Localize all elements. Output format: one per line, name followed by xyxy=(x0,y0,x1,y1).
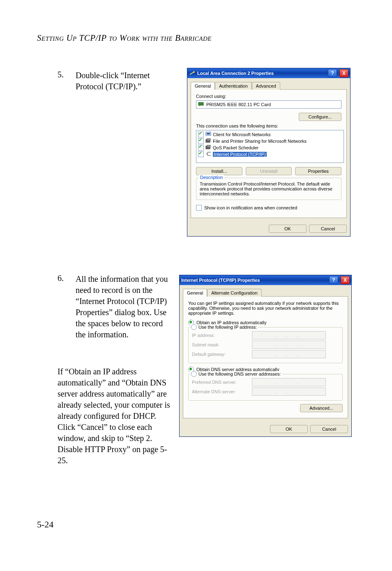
pref-dns-input[interactable]: . . . xyxy=(252,378,326,386)
service-icon xyxy=(205,138,211,144)
dialog1-tabs: General Authentication Advanced xyxy=(191,81,347,89)
body-paragraph: If “Obtain an IP address automatically” … xyxy=(58,366,173,466)
radio-use-dns[interactable] xyxy=(191,371,197,377)
use-ip-label: Use the following IP address: xyxy=(198,325,257,330)
checkbox-icon[interactable] xyxy=(198,132,204,137)
dns-group: Use the following DNS server addresses: … xyxy=(188,374,343,401)
dialog1-titlebar[interactable]: Local Area Connection 2 Properties ? X xyxy=(187,68,350,78)
list-item[interactable]: Client for Microsoft Networks xyxy=(197,131,343,138)
description-legend: Description xyxy=(199,175,224,180)
adapter-field[interactable]: PRISM25 IEEE 802.11 PC Card xyxy=(196,100,341,109)
step-5-number: 5. xyxy=(58,70,74,79)
dialog2-title: Internet Protocol (TCP/IP) Properties xyxy=(181,278,260,283)
dialog2-tabs: General Alternate Configuration xyxy=(183,288,348,296)
svg-rect-8 xyxy=(207,145,210,147)
list-item[interactable]: File and Printer Sharing for Microsoft N… xyxy=(197,138,343,144)
list-item-label: QoS Packet Scheduler xyxy=(213,145,258,150)
subnet-label: Subnet mask: xyxy=(192,342,249,347)
page-number: 5-24 xyxy=(37,519,53,530)
step-5: 5. Double-click “Internet Protocol (TCP/… xyxy=(58,70,173,92)
checkbox-icon[interactable] xyxy=(198,151,204,157)
show-icon-checkbox[interactable] xyxy=(196,205,202,211)
svg-rect-1 xyxy=(198,102,203,105)
step-6-number: 6. xyxy=(58,274,74,283)
client-icon xyxy=(205,132,211,137)
step-6: 6. All the information that you need to … xyxy=(58,274,173,340)
ok-button[interactable]: OK xyxy=(269,225,307,233)
dialog1-footer: OK Cancel xyxy=(187,221,350,236)
tab-authentication[interactable]: Authentication xyxy=(215,82,252,90)
list-item-label: Internet Protocol (TCP/IP) xyxy=(213,152,267,157)
components-listbox[interactable]: Client for Microsoft Networks File and P… xyxy=(196,130,344,163)
tab-general[interactable]: General xyxy=(191,82,215,90)
protocol-icon xyxy=(205,151,211,157)
ip-group: Use the following IP address: IP address… xyxy=(188,327,343,363)
ip-address-label: IP address: xyxy=(192,333,249,338)
close-button[interactable]: X xyxy=(341,276,350,284)
svg-point-0 xyxy=(193,71,195,73)
dialog-tcpip-properties: Internet Protocol (TCP/IP) Properties ? … xyxy=(179,275,352,437)
adapter-name: PRISM25 IEEE 802.11 PC Card xyxy=(206,102,271,107)
service-icon xyxy=(205,145,211,151)
radio-use-ip[interactable] xyxy=(191,324,197,330)
step-5-text: Double-click “Internet Protocol (TCP/IP)… xyxy=(76,70,170,92)
dialog-lan-properties: Local Area Connection 2 Properties ? X G… xyxy=(187,68,350,237)
close-button[interactable]: X xyxy=(339,69,348,77)
subnet-input[interactable]: . . . xyxy=(252,341,326,349)
help-button[interactable]: ? xyxy=(329,276,338,284)
tab-alternate[interactable]: Alternate Configuration xyxy=(207,289,262,297)
tab-advanced[interactable]: Advanced xyxy=(252,82,280,90)
connection-icon xyxy=(189,70,195,76)
network-card-icon xyxy=(198,102,204,107)
checkbox-icon[interactable] xyxy=(198,145,204,151)
dialog2-titlebar[interactable]: Internet Protocol (TCP/IP) Properties ? … xyxy=(180,275,351,285)
properties-button[interactable]: Properties xyxy=(295,167,341,175)
tab-general[interactable]: General xyxy=(183,289,207,297)
ip-address-input[interactable]: . . . xyxy=(252,331,326,339)
items-label: This connection uses the following items… xyxy=(196,123,341,128)
advanced-button[interactable]: Advanced... xyxy=(300,404,343,412)
gateway-input[interactable]: . . . xyxy=(252,350,326,358)
svg-rect-6 xyxy=(207,139,210,141)
dialog2-footer: OK Cancel xyxy=(180,422,351,436)
svg-rect-4 xyxy=(207,133,210,135)
pref-dns-label: Preferred DNS server: xyxy=(192,380,249,385)
show-icon-label: Show icon in notification area when conn… xyxy=(204,205,297,210)
list-item[interactable]: QoS Packet Scheduler xyxy=(197,144,343,151)
cancel-button[interactable]: Cancel xyxy=(310,425,348,433)
step-6-text: All the information that you need to rec… xyxy=(76,274,170,340)
connect-using-label: Connect using: xyxy=(196,94,341,99)
checkbox-icon[interactable] xyxy=(198,138,204,144)
page-heading: Setting Up TCP/IP to Work with the Barri… xyxy=(37,33,212,43)
intro-text: You can get IP settings assigned automat… xyxy=(188,301,343,316)
dialog1-panel: Connect using: PRISM25 IEEE 802.11 PC Ca… xyxy=(191,89,347,218)
alt-dns-label: Alternate DNS server: xyxy=(192,389,249,394)
list-item-label: Client for Microsoft Networks xyxy=(213,132,271,137)
dialog2-panel: You can get IP settings assigned automat… xyxy=(183,296,348,418)
help-button[interactable]: ? xyxy=(328,69,337,77)
svg-rect-2 xyxy=(199,105,200,106)
description-group: Description Transmission Control Protoco… xyxy=(196,178,341,200)
alt-dns-input[interactable]: . . . xyxy=(252,388,326,396)
install-button[interactable]: Install... xyxy=(196,167,242,175)
list-item-tcpip[interactable]: Internet Protocol (TCP/IP) xyxy=(197,151,343,158)
ok-button[interactable]: OK xyxy=(270,425,308,433)
cancel-button[interactable]: Cancel xyxy=(309,225,347,233)
description-text: Transmission Control Protocol/Internet P… xyxy=(200,181,332,196)
dialog1-title: Local Area Connection 2 Properties xyxy=(197,71,274,76)
use-dns-label: Use the following DNS server addresses: xyxy=(198,371,281,376)
uninstall-button[interactable]: Uninstall xyxy=(246,167,292,175)
list-item-label: File and Printer Sharing for Microsoft N… xyxy=(213,139,307,144)
configure-button[interactable]: Configure... xyxy=(299,113,341,121)
gateway-label: Default gateway: xyxy=(192,352,249,357)
